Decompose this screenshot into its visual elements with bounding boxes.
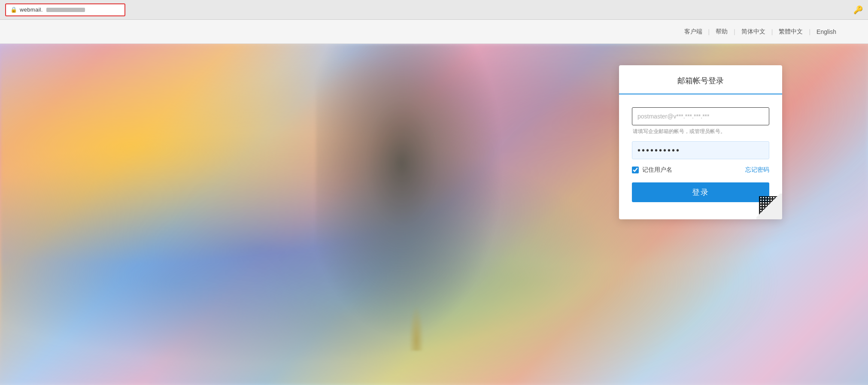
lock-icon: 🔒 xyxy=(10,6,17,13)
browser-chrome: 🔒 webmail. 🔑 xyxy=(0,0,868,20)
url-blurred xyxy=(46,8,85,12)
traditional-chinese-link[interactable]: 繁體中文 xyxy=(773,28,809,36)
browser-right-controls: 🔑 xyxy=(853,5,863,15)
remember-label: 记住用户名 xyxy=(642,166,672,174)
top-navigation: 客户端 | 帮助 | 简体中文 | 繁體中文 | English xyxy=(0,20,868,44)
remember-row: 记住用户名 忘记密码 xyxy=(632,166,769,174)
forgot-password-link[interactable]: 忘记密码 xyxy=(745,166,769,174)
email-input-wrapper xyxy=(632,107,769,125)
english-link[interactable]: English xyxy=(810,28,842,35)
login-card-title: 邮箱帐号登录 xyxy=(619,65,782,94)
qr-corner-cut xyxy=(756,194,782,219)
login-card: 邮箱帐号登录 请填写企业邮箱的帐号，或管理员帐号。 记住用户名 忘记密码 登录 xyxy=(619,65,782,219)
email-hint: 请填写企业邮箱的帐号，或管理员帐号。 xyxy=(632,128,769,135)
client-link[interactable]: 客户端 xyxy=(678,28,708,36)
login-button[interactable]: 登录 xyxy=(632,182,769,202)
password-input[interactable] xyxy=(632,141,769,159)
remember-checkbox[interactable] xyxy=(632,167,639,173)
address-bar[interactable]: 🔒 webmail. xyxy=(5,3,125,16)
help-link[interactable]: 帮助 xyxy=(710,28,734,36)
url-text: webmail. xyxy=(20,6,43,13)
simplified-chinese-link[interactable]: 简体中文 xyxy=(735,28,771,36)
key-icon: 🔑 xyxy=(853,5,863,15)
main-content: 邮箱帐号登录 请填写企业邮箱的帐号，或管理员帐号。 记住用户名 忘记密码 登录 xyxy=(0,44,868,385)
plant-decoration xyxy=(408,299,425,351)
qr-code-corner xyxy=(756,194,782,219)
remember-left: 记住用户名 xyxy=(632,166,672,174)
email-input[interactable] xyxy=(632,107,769,125)
